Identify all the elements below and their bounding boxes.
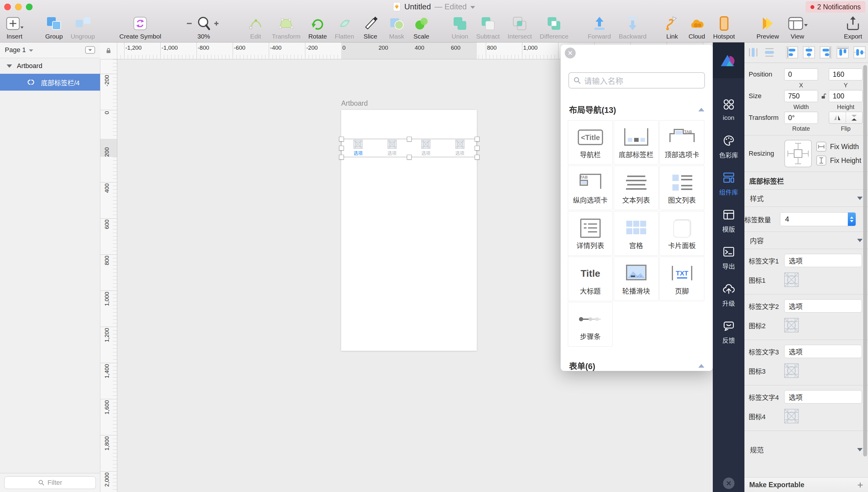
component-card[interactable]: 页脚 — [659, 256, 704, 301]
zoom-window-button[interactable] — [26, 4, 32, 10]
expand-icon[interactable] — [857, 239, 863, 242]
title-chevron-icon[interactable] — [470, 6, 475, 9]
layer-row-artboard[interactable]: Artboard — [0, 58, 100, 74]
component-card[interactable]: 卡片面板 — [659, 211, 704, 256]
notifications-badge[interactable]: 2 Notifications — [805, 1, 866, 13]
dock-item[interactable]: icon — [713, 91, 745, 128]
toolbar-item[interactable]: View — [787, 13, 808, 40]
toolbar-item[interactable]: Forward — [588, 13, 611, 40]
dock-item[interactable]: 反馈 — [713, 313, 745, 350]
dock-item[interactable]: 色彩库 — [713, 128, 745, 165]
dock-item[interactable]: 导出 — [713, 239, 745, 276]
add-export-button[interactable]: + — [857, 479, 863, 490]
toolbar-item[interactable]: Intersect — [508, 13, 532, 40]
close-window-button[interactable] — [4, 4, 11, 10]
toolbar-item[interactable]: Edit — [247, 13, 264, 40]
resizing-diagram[interactable] — [784, 140, 812, 167]
size-lock-icon[interactable] — [820, 93, 826, 99]
stepper-control[interactable] — [848, 213, 855, 226]
rotate-input[interactable]: 0° — [784, 112, 818, 124]
component-card[interactable]: 宫格 — [614, 211, 659, 256]
component-card[interactable]: 文本列表 — [614, 166, 659, 210]
width-input[interactable]: 750 — [784, 90, 818, 102]
tab-icon-placeholder[interactable] — [784, 318, 799, 333]
dock-close-button[interactable] — [723, 477, 734, 489]
tabbar-item[interactable]: 选项 — [443, 139, 477, 157]
tab-count-input[interactable]: 4 — [780, 212, 856, 226]
spec-section-header[interactable]: 规范 — [745, 441, 868, 458]
section-header-layout-nav[interactable]: 布局导航(13) — [569, 104, 704, 115]
toolbar-item[interactable]: Difference — [540, 13, 568, 40]
selection-handle[interactable] — [407, 155, 412, 159]
toolbar-item[interactable]: Subtract — [476, 13, 500, 40]
expand-icon[interactable] — [857, 448, 863, 451]
component-card[interactable]: 纵向选项卡 — [568, 166, 613, 210]
align-horizontal-center-button[interactable] — [802, 46, 816, 59]
component-card[interactable]: 导航栏 — [568, 120, 613, 165]
toolbar-item[interactable]: Union — [451, 13, 468, 40]
selection-handle[interactable] — [407, 137, 412, 142]
distribute-horizontally-button[interactable] — [747, 46, 759, 59]
distribute-vertically-button[interactable] — [763, 46, 776, 59]
ruler-corner-lock[interactable] — [100, 42, 117, 59]
height-input[interactable]: 100 — [829, 90, 863, 102]
artboard-title[interactable]: Artboard — [341, 99, 368, 107]
selection-handle[interactable] — [339, 146, 344, 151]
page-selector[interactable]: Page 1 — [0, 42, 100, 58]
position-y-input[interactable]: 160 — [829, 68, 863, 80]
dock-item[interactable]: 组件库 — [713, 165, 745, 202]
component-card[interactable]: 大标题 — [568, 256, 613, 301]
inspector-scrollbar[interactable] — [863, 65, 867, 457]
vertical-ruler[interactable]: -20002004006008001,0001,2001,4001,6001,8… — [100, 59, 117, 492]
collapse-icon[interactable] — [698, 364, 704, 368]
tabbar-item[interactable]: 选项 — [375, 139, 409, 157]
align-top-button[interactable] — [836, 46, 849, 59]
toolbar-item[interactable]: Insert — [5, 13, 24, 40]
toolbar-item[interactable]: Create Symbol — [119, 13, 161, 40]
flip-horizontal-button[interactable] — [829, 112, 846, 123]
toolbar-item[interactable]: Scale — [413, 13, 430, 40]
align-right-button[interactable] — [819, 46, 832, 59]
component-card[interactable]: 顶部选项卡 — [659, 120, 704, 165]
collapse-icon[interactable] — [698, 108, 704, 112]
fix-width-option[interactable]: Fix Width — [816, 142, 861, 152]
component-search-input[interactable]: 请输入名称 — [568, 72, 705, 89]
align-left-button[interactable] — [785, 46, 799, 59]
fix-height-option[interactable]: Fix Height — [816, 155, 861, 166]
flip-vertical-button[interactable] — [846, 112, 863, 123]
dock-item[interactable]: 模版 — [713, 202, 745, 239]
component-card[interactable]: 轮播滑块 — [614, 256, 659, 301]
tab-icon-placeholder[interactable] — [784, 364, 799, 378]
tabbar-item[interactable]: 选项 — [341, 139, 375, 157]
toolbar-item[interactable]: Rotate — [308, 13, 327, 40]
component-card[interactable]: 图文列表 — [659, 166, 704, 210]
expand-icon[interactable] — [857, 197, 863, 200]
selection-handle[interactable] — [339, 155, 344, 159]
selection-handle[interactable] — [339, 137, 344, 142]
expand-triangle-icon[interactable] — [7, 65, 12, 68]
toolbar-item[interactable]: Transform — [272, 13, 301, 40]
tab-text-input[interactable]: 选项 — [784, 390, 862, 403]
minimize-window-button[interactable] — [15, 4, 22, 10]
plugin-logo[interactable] — [713, 42, 745, 78]
toolbar-item[interactable]: Flatten — [335, 13, 354, 40]
bottom-tabbar-component[interactable]: 选项 选项 选项 选项 — [341, 139, 477, 157]
layer-row-symbol-selected[interactable]: 底部标签栏/4 — [0, 74, 100, 91]
page-list-dropdown-icon[interactable] — [85, 46, 95, 54]
content-section-header[interactable]: 内容 — [745, 232, 868, 249]
dock-item[interactable]: 升级 — [713, 276, 745, 313]
toolbar-item[interactable]: Cloud — [688, 13, 705, 40]
selection-handle[interactable] — [475, 155, 479, 159]
toolbar-item[interactable]: Slice — [362, 13, 379, 40]
tab-text-input[interactable]: 选项 — [784, 345, 862, 358]
toolbar-item[interactable]: 30% — [184, 13, 223, 40]
section-header-form[interactable]: 表单(6) — [569, 360, 704, 372]
tab-text-input[interactable]: 选项 — [784, 254, 862, 267]
tab-icon-placeholder[interactable] — [784, 409, 799, 423]
panel-close-button[interactable] — [565, 48, 576, 58]
tab-icon-placeholder[interactable] — [784, 272, 799, 287]
toolbar-item[interactable]: Hotspot — [713, 13, 735, 40]
toolbar-item[interactable]: Preview — [756, 13, 779, 40]
position-x-input[interactable]: 0 — [784, 68, 818, 80]
tab-text-input[interactable]: 选项 — [784, 299, 862, 313]
